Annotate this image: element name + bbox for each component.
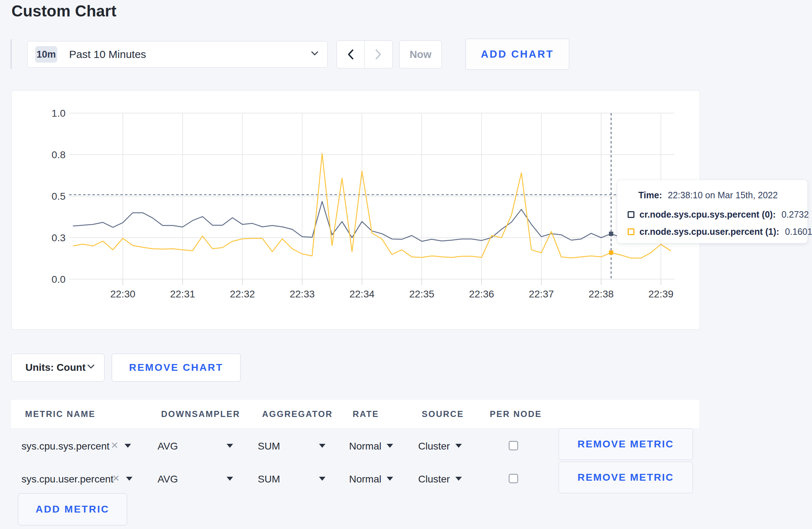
time-range-select[interactable]: 10m Past 10 Minutes (27, 41, 328, 68)
downsampler-caret[interactable] (227, 477, 233, 481)
col-header-source: SOURCE (422, 400, 464, 428)
source-value[interactable]: Cluster (418, 474, 450, 485)
y-axis-tick-label: 1.0 (52, 108, 66, 119)
y-axis-tick-label: 0.5 (52, 191, 66, 202)
remove-chart-button[interactable]: REMOVE CHART (112, 354, 241, 382)
chevron-down-icon (311, 51, 319, 56)
metric-dropdown-caret[interactable] (126, 477, 132, 481)
x-axis-tick-label: 22:31 (170, 288, 195, 300)
y-axis-tick-label: 0.0 (52, 274, 66, 285)
per-node-checkbox[interactable] (509, 474, 518, 483)
rate-value[interactable]: Normal (349, 441, 381, 452)
chevron-left-icon (347, 49, 354, 60)
tooltip-series-label: cr.node.sys.cpu.user.percent (1): (639, 227, 779, 237)
x-axis-tick-label: 22:37 (529, 288, 554, 300)
series-swatch-user (628, 228, 634, 235)
remove-metric-button[interactable]: REMOVE METRIC (559, 462, 693, 493)
page-title: Custom Chart (11, 2, 116, 20)
clear-metric-icon[interactable]: × (112, 471, 120, 485)
units-label: Units: Count (25, 354, 86, 381)
downsampler-caret[interactable] (227, 444, 233, 448)
metric-dropdown-caret[interactable] (125, 444, 131, 448)
time-step-buttons (337, 40, 393, 68)
tooltip-series-label: cr.node.sys.cpu.sys.percent (0): (639, 209, 776, 220)
series-swatch-sys (628, 211, 634, 218)
add-chart-button[interactable]: ADD CHART (465, 39, 569, 70)
tooltip-time-value: 22:38:10 on Mar 15th, 2022 (668, 190, 778, 200)
metric-name-value[interactable]: sys.cpu.sys.percent (21, 441, 110, 452)
series-line-cr.node.sys.cpu.sys.percent (73, 202, 671, 241)
source-value[interactable]: Cluster (418, 441, 450, 452)
x-axis-tick-label: 22:30 (110, 288, 135, 300)
y-axis-tick-label: 0.3 (52, 232, 66, 243)
y-axis-tick-label: 0.8 (52, 149, 66, 160)
aggregator-value[interactable]: SUM (258, 474, 280, 485)
rate-caret[interactable] (387, 444, 393, 448)
metric-name-value[interactable]: sys.cpu.user.percent (21, 474, 113, 485)
chart-tooltip: Time: 22:38:10 on Mar 15th, 2022 cr.node… (617, 180, 808, 243)
prev-time-button[interactable] (337, 41, 365, 68)
col-header-downsampler: DOWNSAMPLER (161, 400, 240, 428)
source-caret[interactable] (455, 477, 462, 481)
col-header-metric-name: METRIC NAME (25, 400, 96, 428)
aggregator-caret[interactable] (319, 477, 325, 481)
aggregator-value[interactable]: SUM (258, 441, 280, 452)
col-header-aggregator: AGGREGATOR (262, 400, 333, 428)
col-header-per-node: PER NODE (490, 400, 542, 428)
chevron-right-icon (375, 49, 382, 60)
metrics-table-header: METRIC NAME DOWNSAMPLER AGGREGATOR RATE … (11, 400, 699, 428)
series-line-cr.node.sys.cpu.user.percent (73, 154, 671, 258)
now-button[interactable]: Now (399, 40, 442, 68)
time-range-label: Past 10 Minutes (69, 42, 146, 67)
source-caret[interactable] (455, 444, 462, 448)
chart-canvas[interactable]: 0.00.30.50.81.022:3022:3122:3222:3322:34… (12, 91, 700, 330)
x-axis-tick-label: 22:35 (409, 288, 434, 300)
rate-value[interactable]: Normal (349, 474, 381, 485)
next-time-button[interactable] (365, 41, 393, 68)
units-select[interactable]: Units: Count (11, 354, 105, 382)
tooltip-time-label: Time: (638, 190, 662, 200)
aggregator-caret[interactable] (319, 444, 325, 448)
clear-metric-icon[interactable]: × (111, 438, 118, 452)
rate-caret[interactable] (387, 477, 393, 481)
time-range-badge: 10m (35, 46, 57, 63)
chart-card: 0.00.30.50.81.022:3022:3122:3222:3322:34… (11, 90, 700, 330)
x-axis-tick-label: 22:33 (290, 288, 315, 300)
controls-divider (11, 39, 11, 69)
per-node-checkbox[interactable] (509, 441, 518, 450)
col-header-rate: RATE (353, 400, 379, 428)
crosshair-marker-sys (609, 232, 613, 236)
chevron-down-icon (87, 364, 95, 369)
tooltip-series-value: 0.2732 (782, 209, 809, 220)
x-axis-tick-label: 22:39 (648, 288, 673, 300)
remove-metric-button[interactable]: REMOVE METRIC (559, 428, 693, 460)
downsampler-value[interactable]: AVG (158, 441, 178, 452)
x-axis-tick-label: 22:36 (469, 288, 494, 300)
x-axis-tick-label: 22:38 (589, 288, 614, 300)
x-axis-tick-label: 22:34 (349, 288, 374, 300)
x-axis-tick-label: 22:32 (230, 288, 255, 300)
downsampler-value[interactable]: AVG (158, 474, 178, 485)
add-metric-button[interactable]: ADD METRIC (18, 493, 127, 525)
crosshair-marker-user (609, 251, 613, 255)
tooltip-series-value: 0.1601 (785, 227, 812, 237)
